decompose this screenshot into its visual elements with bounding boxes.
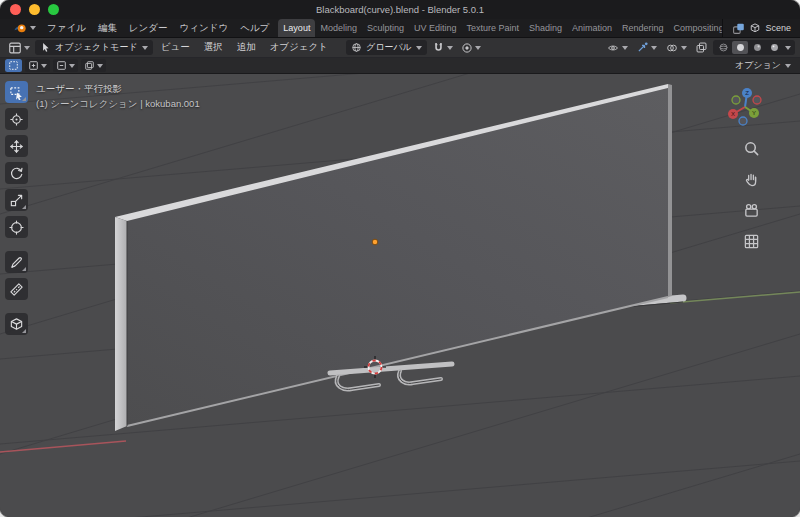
pan-hand-icon xyxy=(743,171,760,188)
tab-modeling[interactable]: Modeling xyxy=(315,19,362,37)
editor-type-button[interactable] xyxy=(5,40,33,55)
menu-edit[interactable]: 編集 xyxy=(92,19,123,37)
scene-icon xyxy=(749,22,761,34)
tool-rotate[interactable] xyxy=(5,162,28,184)
tab-rendering[interactable]: Rendering xyxy=(617,19,669,37)
chevron-down-icon xyxy=(97,64,103,68)
blender-menu-button[interactable] xyxy=(8,19,41,37)
navigation-gizmo[interactable]: Z X Y xyxy=(724,86,766,128)
object-origin-dot xyxy=(372,239,378,245)
chevron-down-icon xyxy=(622,46,628,50)
options-dropdown[interactable]: オプション xyxy=(731,59,795,72)
object-mode-icon xyxy=(40,42,51,53)
wireframe-sphere-icon xyxy=(718,42,729,53)
show-gizmo-dropdown[interactable] xyxy=(633,40,660,55)
shading-wireframe-button[interactable] xyxy=(715,41,731,54)
globe-icon xyxy=(351,42,362,53)
gizmo-neg-z-handle xyxy=(739,117,747,125)
select-subtract-icon xyxy=(56,60,67,71)
select-mode-set-button[interactable] xyxy=(5,59,22,72)
blender-logo-icon xyxy=(13,22,27,34)
menu-help[interactable]: ヘルプ xyxy=(234,19,275,37)
blender-window: Blackboard(curve).blend - Blender 5.0.1 … xyxy=(0,0,800,517)
xray-icon xyxy=(695,41,708,54)
eye-icon xyxy=(606,42,620,54)
tab-shading[interactable]: Shading xyxy=(524,19,567,37)
select-extend-icon xyxy=(28,60,39,71)
chevron-down-icon xyxy=(475,46,481,50)
select-mode-subtract-button[interactable] xyxy=(53,59,78,72)
chevron-down-icon xyxy=(24,46,30,50)
material-sphere-icon xyxy=(752,42,763,53)
overlays-icon xyxy=(665,42,679,54)
transform-orientation-dropdown[interactable]: グローバル xyxy=(346,40,427,55)
scene-canvas[interactable] xyxy=(0,74,800,517)
tool-add-cube[interactable] xyxy=(5,313,28,335)
tab-uv-editing[interactable]: UV Editing xyxy=(409,19,462,37)
rendered-sphere-icon xyxy=(769,42,780,53)
tool-annotate[interactable] xyxy=(5,251,28,273)
zoom-icon xyxy=(743,140,760,157)
svg-text:Z: Z xyxy=(745,90,749,96)
orientation-label: グローバル xyxy=(366,41,412,54)
mode-label: オブジェクトモード xyxy=(55,41,138,54)
camera-view-button[interactable] xyxy=(741,200,761,220)
camera-view-icon xyxy=(743,202,760,219)
tab-layout[interactable]: Layout xyxy=(278,19,315,37)
menu-view[interactable]: ビュー xyxy=(155,41,196,54)
pan-button[interactable] xyxy=(741,169,761,189)
snapping-button[interactable] xyxy=(429,40,456,55)
viewport-3d[interactable]: ユーザー・平行投影 (1) シーンコレクション | kokuban.001 xyxy=(0,74,800,517)
tool-scale[interactable] xyxy=(5,189,28,211)
tool-cursor[interactable] xyxy=(5,108,28,130)
tool-move[interactable] xyxy=(5,135,28,157)
tool-measure[interactable] xyxy=(5,278,28,300)
tab-animation[interactable]: Animation xyxy=(567,19,617,37)
chevron-down-icon xyxy=(785,64,791,68)
chevron-down-icon xyxy=(447,46,453,50)
tab-texture-paint[interactable]: Texture Paint xyxy=(461,19,524,37)
close-window-button[interactable] xyxy=(10,4,21,15)
toggle-grid-button[interactable] xyxy=(741,231,761,251)
tab-sculpting[interactable]: Sculpting xyxy=(362,19,409,37)
scene-selector[interactable]: Scene xyxy=(722,19,800,37)
gizmo-neg-y-handle xyxy=(732,96,740,104)
minimize-window-button[interactable] xyxy=(29,4,40,15)
shading-material-button[interactable] xyxy=(749,41,765,54)
chevron-down-icon xyxy=(416,46,422,50)
chevron-down-icon xyxy=(681,46,687,50)
menu-add[interactable]: 追加 xyxy=(231,41,262,54)
window-title: Blackboard(curve).blend - Blender 5.0.1 xyxy=(0,4,800,15)
chevron-down-icon xyxy=(30,26,36,30)
chevron-down-icon xyxy=(69,64,75,68)
menu-window[interactable]: ウィンドウ xyxy=(174,19,235,37)
toggle-xray-button[interactable] xyxy=(692,40,711,55)
scene-name: Scene xyxy=(765,23,791,33)
menu-file[interactable]: ファイル xyxy=(41,19,92,37)
magnet-icon xyxy=(432,41,445,54)
tool-transform[interactable] xyxy=(5,216,28,238)
svg-text:X: X xyxy=(731,111,735,117)
solid-sphere-icon xyxy=(735,42,746,53)
select-set-icon xyxy=(8,60,19,71)
menu-select[interactable]: 選択 xyxy=(198,41,229,54)
topbar: ファイル 編集 レンダー ウィンドウ ヘルプ Layout Modeling S… xyxy=(0,19,800,38)
tab-compositing[interactable]: Compositing xyxy=(669,19,723,37)
macos-titlebar: Blackboard(curve).blend - Blender 5.0.1 xyxy=(0,0,800,19)
mode-dropdown[interactable]: オブジェクトモード xyxy=(35,40,153,55)
zoom-window-button[interactable] xyxy=(48,4,59,15)
select-mode-intersect-button[interactable] xyxy=(81,59,106,72)
workspace-tabs: Layout Modeling Sculpting UV Editing Tex… xyxy=(278,19,722,37)
zoom-button[interactable] xyxy=(741,138,761,158)
object-visibility-dropdown[interactable] xyxy=(603,40,631,55)
show-overlays-dropdown[interactable] xyxy=(662,40,690,55)
tool-settings-bar: オプション xyxy=(0,58,800,74)
menu-object[interactable]: オブジェクト xyxy=(264,41,334,54)
shading-solid-button[interactable] xyxy=(732,41,748,54)
chevron-down-icon[interactable] xyxy=(785,46,791,50)
tool-select-box[interactable] xyxy=(5,81,28,103)
menu-render[interactable]: レンダー xyxy=(123,19,174,37)
shading-rendered-button[interactable] xyxy=(766,41,782,54)
select-mode-extend-button[interactable] xyxy=(25,59,50,72)
proportional-edit-button[interactable] xyxy=(458,40,484,55)
